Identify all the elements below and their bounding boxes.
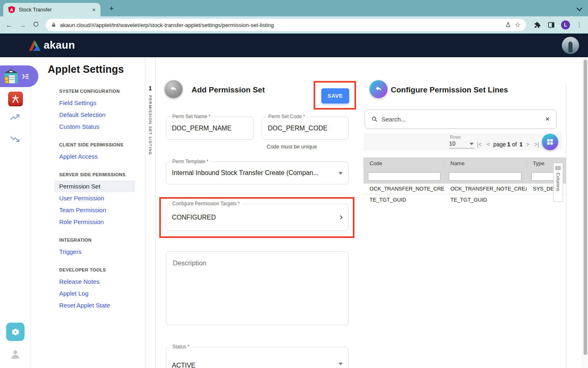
- nav-section-integration: INTEGRATION Triggers: [59, 238, 145, 258]
- url-text: akaun.cloud/#/applet/tnt/wavelet/erp/sto…: [60, 22, 501, 28]
- browser-reload-button[interactable]: [33, 21, 39, 29]
- scrollbar-thumb[interactable]: [584, 60, 587, 355]
- form-back-button[interactable]: [165, 80, 183, 98]
- sidebar-item-applet-log[interactable]: Applet Log: [59, 287, 145, 299]
- account-button[interactable]: [10, 348, 21, 361]
- trending-down-button[interactable]: [10, 135, 21, 145]
- form-title: Add Permission Set: [192, 85, 265, 94]
- url-bar[interactable]: akaun.cloud/#/applet/tnt/wavelet/erp/sto…: [46, 19, 526, 31]
- trending-up-icon: [10, 113, 21, 121]
- code-helper-text: Code must be unique: [267, 144, 317, 150]
- dropdown-caret-icon: [339, 363, 343, 365]
- extensions-puzzle-icon[interactable]: [534, 21, 541, 29]
- page-number: 1: [507, 141, 510, 148]
- content-scrollbar[interactable]: [582, 57, 588, 368]
- perm-template-value: Internal Inbound Stock Transfer Create (…: [172, 169, 318, 177]
- sidebar-item-team-permission[interactable]: Team Permission: [59, 204, 145, 216]
- sidebar-item-applet-access[interactable]: Applet Access: [59, 150, 145, 162]
- chevron-right-icon: ›: [340, 211, 343, 222]
- grid-view-button[interactable]: [542, 134, 558, 150]
- gear-icon: [10, 327, 21, 337]
- panel-back-button[interactable]: [370, 80, 388, 98]
- new-tab-button[interactable]: +: [106, 3, 117, 14]
- browser-tab-strip: A Stock Transfer × +: [0, 0, 588, 16]
- column-header-code[interactable]: Code: [363, 157, 444, 169]
- page-title: Applet Settings: [48, 63, 124, 75]
- perm-set-name-field[interactable]: Perm Set Name * DOC_PERM_NAME: [166, 117, 254, 140]
- sidebar-item-triggers[interactable]: Triggers: [59, 246, 145, 258]
- logo-text: akaun: [44, 39, 75, 52]
- window-chevron-icon[interactable]: [577, 6, 581, 10]
- bookmark-star-icon[interactable]: ☆: [515, 22, 521, 28]
- panel-divider: [566, 84, 566, 368]
- table-row[interactable]: TE_TGT_GUID TE_TGT_GUID: [363, 194, 566, 205]
- permission-set-lines-panel: Configure Permission Set Lines × Rows 10…: [363, 57, 566, 368]
- browser-tab[interactable]: A Stock Transfer ×: [3, 3, 100, 16]
- browser-actions: L ⋮: [534, 20, 582, 29]
- perm-set-name-value: DOC_PERM_NAME: [172, 125, 232, 132]
- lock-icon: [51, 22, 56, 28]
- nav-section-title: CLIENT SIDE PERMISSIONS: [59, 142, 145, 147]
- perm-template-select[interactable]: Perm Template * Internal Inbound Stock T…: [166, 162, 349, 184]
- filter-input-code[interactable]: [368, 172, 441, 181]
- perm-set-name-label: Perm Set Name *: [170, 114, 212, 119]
- settings-button[interactable]: [6, 323, 24, 341]
- configure-targets-field[interactable]: Configure Permission Targets * CONFIGURE…: [166, 204, 349, 231]
- applet-drawer-toggle[interactable]: [0, 65, 38, 87]
- sidebar-item-default-selection[interactable]: Default Selection: [59, 109, 145, 121]
- columns-tab-label: Columns: [556, 173, 561, 191]
- browser-back-button[interactable]: ←: [6, 22, 13, 29]
- column-header-name[interactable]: Name: [444, 157, 527, 169]
- cjk-glyph-icon: [11, 94, 20, 104]
- trending-up-button[interactable]: [10, 113, 21, 123]
- angular-favicon-icon: A: [8, 6, 15, 13]
- last-page-button[interactable]: >|: [534, 141, 539, 148]
- next-page-button[interactable]: >: [526, 141, 529, 148]
- step-number: 1: [149, 85, 152, 92]
- sidebar-item-permission-set[interactable]: Permission Set: [54, 180, 135, 192]
- clear-search-icon[interactable]: ×: [545, 115, 550, 123]
- sidebar-item-custom-status[interactable]: Custom Status: [59, 121, 145, 132]
- dropdown-caret-icon: [470, 143, 474, 145]
- prev-page-button[interactable]: <: [487, 141, 490, 148]
- browser-forward-button[interactable]: →: [19, 22, 26, 29]
- panel-title: Configure Permission Set Lines: [391, 85, 508, 94]
- screen: A Stock Transfer × + ← → akaun.cloud/#/a…: [0, 0, 588, 368]
- sidebar-item-role-permission[interactable]: Role Permission: [59, 216, 145, 228]
- menu-open-icon: [21, 72, 30, 81]
- perm-set-code-field[interactable]: Perm Set Code * DOC_PERM_CODE: [262, 117, 349, 140]
- columns-tab[interactable]: Columns: [553, 163, 563, 202]
- pagination-bar: Rows 10 |< < page 1 of 1 > >|: [363, 133, 562, 150]
- user-avatar[interactable]: [562, 37, 579, 54]
- side-panel-icon[interactable]: [548, 21, 555, 29]
- table-header-row: Code Name Type: [363, 157, 566, 169]
- description-textarea[interactable]: Description: [166, 251, 349, 325]
- tab-title: Stock Transfer: [19, 7, 89, 13]
- browser-menu-kebab-icon[interactable]: ⋮: [576, 21, 582, 29]
- status-value: ACTIVE: [172, 362, 196, 368]
- rows-per-page-select[interactable]: 10: [449, 140, 474, 148]
- sidebar-item-field-settings[interactable]: Field Settings: [59, 97, 145, 109]
- sidebar-item-release-notes[interactable]: Release Notes: [59, 276, 145, 287]
- status-select[interactable]: Status * ACTIVE: [166, 347, 349, 368]
- search-box[interactable]: ×: [365, 110, 557, 129]
- listing-stepper[interactable]: 1 PERMISSION SET LISTING: [145, 57, 156, 368]
- configure-targets-label: Configure Permission Targets *: [170, 201, 242, 206]
- tab-close-icon[interactable]: ×: [92, 7, 96, 13]
- filter-input-name[interactable]: [449, 172, 521, 181]
- sidebar-item-user-permission[interactable]: User Permission: [59, 192, 145, 204]
- search-input[interactable]: [381, 116, 541, 123]
- save-button[interactable]: SAVE: [321, 88, 349, 103]
- share-icon[interactable]: [505, 22, 511, 28]
- reload-icon: [33, 21, 39, 27]
- perm-template-label: Perm Template *: [170, 159, 210, 164]
- nav-section-title: SYSTEM CONFIGURATION: [59, 89, 145, 94]
- table-row[interactable]: OCK_TRANSFER_NOTE_CREA OCK_TRANSFER_NOTE…: [363, 184, 566, 194]
- sidebar-item-reset-applet-state[interactable]: Reset Applet State: [59, 299, 145, 311]
- first-page-button[interactable]: |<: [477, 141, 482, 148]
- browser-profile-avatar[interactable]: L: [561, 20, 570, 29]
- nav-section-title: DEVELOPER TOOLS: [59, 267, 145, 272]
- cell-code: TE_TGT_GUID: [363, 197, 444, 203]
- perm-set-code-value: DOC_PERM_CODE: [268, 125, 327, 132]
- red-applet-shortcut[interactable]: [8, 92, 23, 106]
